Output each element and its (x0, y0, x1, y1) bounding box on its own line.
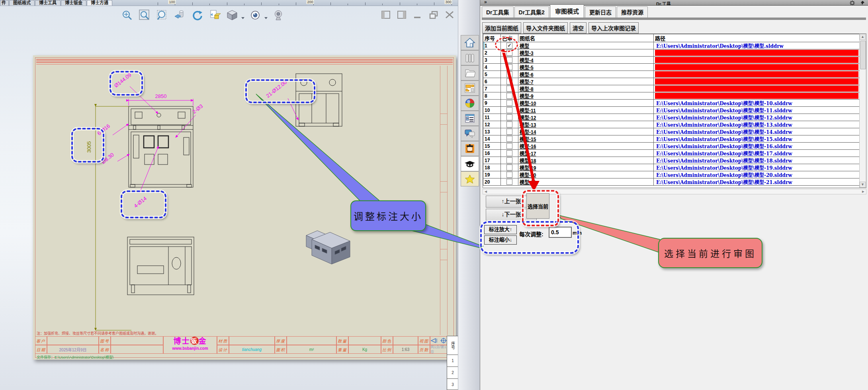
col-header-path[interactable]: 路径 (654, 34, 860, 42)
drawing-name[interactable]: 模型-12 (518, 114, 654, 121)
taskpane-design-library-icon[interactable] (461, 50, 479, 65)
dimension-shrink-button[interactable]: 标注缩小↓ (484, 235, 517, 245)
drawing-name[interactable]: 模型-20 (518, 171, 654, 178)
drawing-path[interactable] (654, 85, 860, 92)
zoom-pan-icon[interactable] (119, 8, 135, 23)
reviewed-checkbox[interactable] (506, 100, 512, 106)
scroll-up-icon[interactable]: ▲ (860, 34, 866, 40)
view-settings-icon[interactable] (248, 8, 263, 23)
drawing-name[interactable]: 模型-19 (518, 164, 654, 171)
table-row[interactable]: 10模型-11E:\Users\Administrator\Desktop\模型… (483, 107, 860, 114)
display-style-icon[interactable] (225, 8, 240, 23)
reviewed-checkbox[interactable] (506, 172, 512, 178)
reviewed-checkbox[interactable] (506, 179, 512, 185)
reviewed-checkbox[interactable]: ✓ (506, 43, 512, 49)
table-row[interactable]: 9模型-10E:\Users\Administrator\Desktop\模型\… (483, 100, 860, 107)
drawing-path[interactable] (654, 64, 860, 71)
restore-button[interactable] (427, 9, 440, 21)
taskpane-custom-properties-icon[interactable] (461, 111, 479, 126)
table-vertical-scrollbar[interactable]: ▲ ▼ (859, 34, 866, 188)
rotate-view-icon[interactable] (190, 8, 205, 23)
table-row[interactable]: 11模型-12E:\Users\Administrator\Desktop\模型… (483, 114, 860, 121)
col-header-name[interactable]: 图纸名 (518, 34, 654, 42)
drawing-name[interactable]: 模型-7 (518, 78, 654, 85)
table-row[interactable]: 3模型-4 (483, 57, 860, 64)
drawing-path[interactable]: E:\Users\Administrator\Desktop\模型\模型-18.… (654, 157, 860, 164)
drawing-path[interactable]: E:\Users\Administrator\Desktop\模型\模型-16.… (654, 143, 860, 150)
table-row[interactable]: 18模型-19E:\Users\Administrator\Desktop\模型… (483, 164, 860, 171)
drawing-name[interactable]: 模型-6 (518, 71, 654, 78)
reviewed-checkbox[interactable] (506, 107, 512, 113)
drawing-name[interactable]: 模型-10 (518, 100, 654, 107)
panel-tab-Dr工具集[interactable]: Dr工具集 (482, 6, 514, 18)
view-settings-dropdown-icon[interactable] (264, 17, 268, 19)
taskpane-dr-tool-icon[interactable] (461, 156, 479, 171)
table-row[interactable]: 2模型-3 (483, 49, 860, 57)
scroll-left-icon[interactable]: ◄ (483, 189, 489, 194)
drawing-path[interactable] (654, 78, 860, 85)
drawing-name[interactable]: 模型-11 (518, 107, 654, 114)
drawing-path[interactable] (654, 92, 860, 100)
panel-button-4[interactable]: 导入上次审图记录 (588, 22, 639, 33)
scroll-right-icon[interactable]: ► (860, 189, 866, 194)
menu-tab-4[interactable]: 博士钣金 (61, 0, 86, 6)
taskpane-dr-assistant-icon[interactable] (461, 141, 479, 156)
drawing-path[interactable] (654, 49, 860, 57)
reviewed-checkbox[interactable] (506, 114, 512, 120)
zoom-fit-icon[interactable] (137, 8, 152, 23)
drawing-name[interactable]: 模型-3 (518, 49, 654, 57)
table-row[interactable]: 1✓模型E:\Users\Administrator\Desktop\模型\模型… (483, 42, 860, 49)
drawing-name[interactable]: 模型-16 (518, 143, 654, 150)
display-style-dropdown-icon[interactable] (241, 17, 244, 19)
drawing-path[interactable] (654, 57, 860, 64)
zoom-area-icon[interactable] (154, 8, 170, 23)
panel-button-3[interactable]: 清空 (570, 22, 586, 33)
taskpane-appearances-icon[interactable] (461, 96, 479, 111)
reviewed-checkbox[interactable] (506, 57, 512, 63)
drawing-path[interactable] (654, 71, 860, 78)
table-row[interactable]: 14模型-15E:\Users\Administrator\Desktop\模型… (483, 135, 860, 143)
reviewed-checkbox[interactable] (506, 93, 512, 99)
reviewed-checkbox[interactable] (506, 129, 512, 135)
close-button[interactable] (443, 9, 456, 21)
drawing-path[interactable]: E:\Users\Administrator\Desktop\模型\模型-10.… (654, 100, 860, 107)
menu-tab-5[interactable]: 博士方通 (87, 0, 112, 6)
col-header-index[interactable]: 序号 (483, 34, 501, 42)
menu-tab-1[interactable]: 件 (0, 0, 9, 6)
copy-settings-icon[interactable] (207, 8, 222, 23)
select-current-button[interactable]: 选择当前 (526, 193, 549, 219)
table-row[interactable]: 12模型-13E:\Users\Administrator\Desktop\模型… (483, 121, 860, 128)
drawing-name[interactable]: 模型-5 (518, 64, 654, 71)
drawing-path[interactable]: E:\Users\Administrator\Desktop\模型\模型.sld… (654, 42, 860, 49)
table-row[interactable]: 17模型-18E:\Users\Administrator\Desktop\模型… (483, 157, 860, 164)
taskpane-view-palette-icon[interactable] (461, 80, 479, 96)
drawing-name[interactable]: 模型-17 (518, 150, 654, 157)
table-row[interactable]: 5模型-6 (483, 71, 860, 78)
tile-right-button[interactable] (395, 9, 409, 21)
table-row[interactable]: 15模型-16E:\Users\Administrator\Desktop\模型… (483, 143, 860, 150)
collapse-chevrons-icon[interactable]: » (484, 0, 487, 5)
pin-icon[interactable] (860, 0, 865, 6)
scroll-down-icon[interactable]: ▼ (860, 182, 866, 188)
reviewed-checkbox[interactable] (506, 143, 512, 149)
gear-icon[interactable] (850, 0, 855, 6)
table-row[interactable]: 19模型-20E:\Users\Administrator\Desktop\模型… (483, 171, 860, 178)
drawing-path[interactable]: E:\Users\Administrator\Desktop\模型\模型-21.… (654, 178, 860, 186)
panel-tab-更新日志[interactable]: 更新日志 (585, 6, 616, 18)
taskpane-forum-icon[interactable] (461, 126, 479, 141)
table-row[interactable]: 6模型-7 (483, 78, 860, 85)
reviewed-checkbox[interactable] (506, 122, 512, 127)
drawing-name[interactable]: 模型-9 (518, 92, 654, 100)
reviewed-checkbox[interactable] (506, 71, 512, 77)
drawing-name[interactable]: 模型-8 (518, 85, 654, 92)
drawing-path[interactable]: E:\Users\Administrator\Desktop\模型\模型-11.… (654, 107, 860, 114)
drawing-path[interactable]: E:\Users\Administrator\Desktop\模型\模型-20.… (654, 171, 860, 178)
drawing-name[interactable]: 模型-4 (518, 57, 654, 64)
section-view-icon[interactable] (172, 8, 187, 23)
table-row[interactable]: 13模型-14E:\Users\Administrator\Desktop\模型… (483, 128, 860, 135)
menu-tab-3[interactable]: 博士工具 (35, 0, 61, 6)
drawing-path[interactable]: E:\Users\Administrator\Desktop\模型\模型-12.… (654, 114, 860, 121)
tile-left-button[interactable] (379, 9, 393, 21)
reviewed-checkbox[interactable] (506, 64, 512, 70)
drawing-name[interactable]: 模型-21 (518, 178, 654, 186)
